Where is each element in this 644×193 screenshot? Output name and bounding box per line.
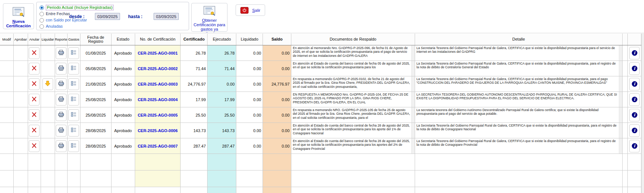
gastos-button[interactable] [68, 78, 79, 90]
gastos-button[interactable] [68, 140, 79, 152]
filter-entre-fechas[interactable]: Entre Fechas [40, 11, 70, 17]
cert-number-link[interactable]: CER-2025-AGO-0001 [135, 45, 181, 61]
header-liquidado[interactable]: Liquidado [236, 34, 263, 45]
reporte-cell [55, 123, 68, 138]
header-fecha-registro[interactable]: Fecha de Registro [80, 34, 112, 45]
gastos-button[interactable] [68, 109, 79, 121]
info-button[interactable]: i [629, 93, 640, 106]
cell-scrollbar[interactable] [619, 45, 622, 61]
empty-table-row [0, 187, 641, 193]
salir-button[interactable]: Salir [236, 4, 265, 16]
filter-anuladas[interactable]: Anuladas [40, 24, 63, 29]
header-anular[interactable]: Anular [28, 34, 41, 45]
reporte-button[interactable] [56, 78, 66, 90]
anular-button[interactable] [29, 63, 40, 75]
cell-scrollbar[interactable] [619, 138, 622, 154]
cell-scrollbar[interactable] [411, 76, 415, 92]
gastos-button[interactable] [68, 94, 79, 106]
cell-scrollbar[interactable] [411, 61, 415, 76]
reporte-button[interactable] [56, 63, 66, 75]
radio-icon[interactable] [40, 18, 44, 23]
cert-number-link[interactable]: CER-2025-AGO-0003 [135, 76, 181, 92]
header-certificado[interactable]: Certificado [181, 34, 208, 45]
header-liquidar[interactable]: Liquidar [41, 34, 55, 45]
saldo-cell: 0.00 [263, 45, 291, 61]
cert-number-link[interactable]: CER-2025-AGO-0004 [135, 92, 181, 107]
header-saldo[interactable]: Saldo [263, 34, 291, 45]
hasta-input[interactable] [154, 13, 179, 20]
cell-scrollbar[interactable] [619, 61, 622, 76]
header-estado[interactable]: Estado [112, 34, 135, 45]
cell-scrollbar[interactable] [619, 107, 622, 123]
reporte-button[interactable] [56, 125, 66, 137]
cert-number-link[interactable]: CER-2025-AGO-0005 [135, 107, 181, 123]
vertical-scrollbar[interactable] [641, 34, 644, 193]
cell-scrollbar[interactable] [411, 138, 415, 154]
info-button[interactable]: i [629, 78, 640, 90]
obtener-certificacion-button[interactable]: Obtener Certificación para gastos ya rea… [191, 3, 227, 32]
red-x-icon [31, 81, 37, 87]
detalle-text: LA SECRETARIA TESORERA DEL GOBIERNO AUTO… [415, 92, 619, 107]
filter-label[interactable]: Anuladas [46, 24, 63, 29]
cell-scrollbar[interactable] [411, 45, 415, 61]
gastos-cell [68, 107, 80, 123]
detalle-text: La Secretaria Tesorería del Gobierno Par… [415, 123, 619, 138]
info-button[interactable]: i [629, 109, 640, 121]
cell-scrollbar[interactable] [619, 123, 622, 138]
info-button[interactable]: i [629, 62, 640, 75]
gastos-button[interactable] [68, 47, 79, 59]
info-button[interactable]: i [629, 140, 640, 152]
reporte-cell [55, 76, 68, 92]
fecha-registro-cell: 05/08/2025 [80, 61, 112, 76]
liquidar-cell [41, 92, 55, 107]
header-aprobar[interactable]: Aprobar [14, 34, 28, 45]
header-documentos[interactable]: Documentos de Respaldo [291, 34, 415, 45]
cert-number-link[interactable]: CER-2025-AGO-0002 [135, 61, 181, 76]
empty-table-row [0, 170, 641, 187]
radio-icon[interactable] [40, 24, 44, 29]
reporte-button[interactable] [56, 140, 66, 152]
reporte-button[interactable] [56, 94, 66, 106]
cell-scrollbar[interactable] [411, 123, 415, 138]
header-gastos[interactable]: Gastos [68, 34, 80, 45]
header-detalle[interactable]: Detalle [415, 34, 623, 45]
info-button[interactable]: i [629, 47, 640, 59]
gastos-button[interactable] [68, 125, 79, 137]
nueva-certificacion-button[interactable]: Nueva Certificación [3, 3, 34, 29]
radio-icon[interactable] [40, 12, 44, 16]
modif-cell [0, 107, 14, 123]
anular-button[interactable] [29, 140, 40, 152]
filter-label[interactable]: Entre Fechas [46, 11, 70, 16]
liquidar-button[interactable] [42, 78, 53, 90]
gastos-button[interactable] [68, 63, 79, 75]
anular-button[interactable] [29, 94, 40, 106]
header-no-certificacion[interactable]: No. de Certificación [135, 34, 181, 45]
header-modif[interactable]: Modif [0, 34, 14, 45]
desde-input[interactable] [95, 13, 120, 20]
cell-scrollbar[interactable] [619, 76, 622, 92]
cell-scrollbar[interactable] [619, 92, 622, 107]
filter-label[interactable]: Periodo Actual (Incluye Registradas) [46, 5, 114, 10]
filter-periodo-actual[interactable]: Periodo Actual (Incluye Registradas) [40, 5, 114, 10]
radio-selected-icon[interactable] [40, 6, 44, 10]
liquidado-cell: 0.00 [236, 92, 263, 107]
detalle-cell: La Secretaria Tesorera del Gobierno Parr… [415, 138, 623, 154]
info-button[interactable]: i [629, 124, 640, 137]
reporte-button[interactable] [56, 109, 66, 121]
cert-number-link[interactable]: CER-2025-AGO-0006 [135, 123, 181, 138]
estado-cell: Aprobado [112, 92, 135, 107]
certificado-cell: 24,776.97 [181, 76, 208, 92]
anular-button[interactable] [29, 78, 40, 90]
reporte-button[interactable] [56, 47, 66, 59]
cert-number-link[interactable]: CER-2025-AGO-0007 [135, 138, 181, 154]
cell-scrollbar[interactable] [411, 107, 415, 123]
documentos-cell: En atención al Estado de cuenta del banc… [291, 61, 415, 76]
cell-scrollbar[interactable] [411, 92, 415, 107]
anular-button[interactable] [29, 109, 40, 121]
anular-button[interactable] [29, 47, 40, 59]
header-reporte[interactable]: Reporte [55, 34, 68, 45]
saldo-cell: 0.00 [263, 61, 291, 76]
header-ejecutado[interactable]: Ejecutado [208, 34, 236, 45]
anular-button[interactable] [29, 125, 40, 137]
aprobar-cell [14, 123, 28, 138]
